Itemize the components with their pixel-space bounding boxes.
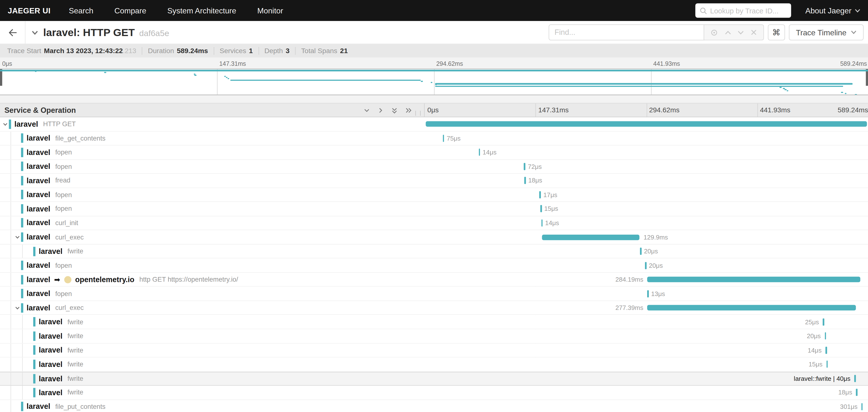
- table-row[interactable]: laravelfwrite14μs: [0, 343, 868, 357]
- span-timeline-cell[interactable]: 25μs: [425, 315, 868, 329]
- collapse-all-icon[interactable]: [391, 106, 398, 114]
- clear-search-icon[interactable]: [751, 29, 757, 35]
- span-timeline-cell[interactable]: 18μs: [425, 174, 868, 187]
- span-tick[interactable]: [861, 403, 863, 410]
- table-row[interactable]: laravelfopen13μs: [0, 287, 868, 301]
- span-name-cell[interactable]: laravel➡opentelemetry.iohttp GET https:/…: [0, 273, 425, 286]
- span-name-cell[interactable]: laravelfopen: [0, 287, 425, 300]
- span-name-cell[interactable]: laravelfread: [0, 174, 425, 187]
- span-tick[interactable]: [825, 332, 826, 340]
- nav-item-search[interactable]: Search: [58, 6, 104, 15]
- span-timeline-cell[interactable]: 20μs: [425, 244, 868, 258]
- find-input[interactable]: [549, 24, 704, 40]
- span-timeline-cell[interactable]: 20μs: [425, 329, 868, 343]
- nav-item-system-architecture[interactable]: System Architecture: [157, 6, 247, 15]
- span-tick[interactable]: [645, 262, 646, 269]
- table-row[interactable]: laravelfwrite20μs: [0, 329, 868, 343]
- table-row[interactable]: laravelfopen20μs: [0, 258, 868, 273]
- table-row[interactable]: laravelcurl_init14μs: [0, 216, 868, 230]
- span-tick[interactable]: [479, 149, 480, 156]
- span-timeline-cell[interactable]: 284.19ms: [425, 273, 868, 286]
- nav-item-compare[interactable]: Compare: [104, 6, 157, 15]
- span-bar[interactable]: [647, 305, 856, 311]
- chevron-down-icon[interactable]: [14, 234, 21, 240]
- span-timeline-cell[interactable]: 129.9ms: [425, 230, 868, 244]
- chevron-down-icon[interactable]: [2, 121, 8, 127]
- span-name-cell[interactable]: laravelfwrite: [0, 315, 425, 329]
- collapse-one-icon[interactable]: [363, 106, 371, 114]
- table-row[interactable]: laravelHTTP GET: [0, 117, 868, 131]
- span-name-cell[interactable]: laravelHTTP GET: [0, 117, 425, 131]
- span-tick[interactable]: [541, 219, 542, 227]
- span-timeline-cell[interactable]: 20μs: [425, 258, 868, 272]
- table-row[interactable]: laravelcurl_exec277.39ms: [0, 301, 868, 315]
- span-name-cell[interactable]: laravelfwrite: [0, 329, 425, 343]
- span-timeline-cell[interactable]: 14μs: [425, 343, 868, 357]
- span-timeline-cell[interactable]: 15μs: [425, 357, 868, 371]
- span-timeline-cell[interactable]: 18μs: [425, 386, 868, 399]
- span-tick[interactable]: [539, 191, 541, 198]
- span-name-cell[interactable]: laravelfopen: [0, 188, 425, 201]
- table-row[interactable]: laravelfopen15μs: [0, 202, 868, 216]
- span-tick[interactable]: [647, 290, 649, 297]
- table-row[interactable]: laravelfwrite18μs: [0, 386, 868, 400]
- span-name-cell[interactable]: laravelfwrite: [0, 372, 425, 385]
- scrubber-handle-left[interactable]: [0, 69, 2, 86]
- span-timeline-cell[interactable]: 14μs: [425, 216, 868, 230]
- table-row[interactable]: laravelfwrite20μs: [0, 244, 868, 258]
- minimap-canvas[interactable]: [0, 69, 868, 95]
- span-tick[interactable]: [826, 360, 828, 368]
- span-timeline-cell[interactable]: 15μs: [425, 202, 868, 216]
- scrubber-handle-right[interactable]: [866, 69, 868, 86]
- column-resize-handle[interactable]: ❘❘: [413, 110, 423, 116]
- span-tick[interactable]: [823, 318, 825, 325]
- table-row[interactable]: laravelfile_put_contents301μs: [0, 400, 868, 412]
- span-timeline-cell[interactable]: 301μs: [425, 400, 868, 412]
- prev-result-icon[interactable]: [725, 30, 731, 35]
- span-tick[interactable]: [524, 163, 526, 170]
- span-timeline-cell[interactable]: 14μs: [425, 146, 868, 159]
- span-bar[interactable]: [426, 121, 867, 127]
- span-timeline-cell[interactable]: 13μs: [425, 287, 868, 300]
- expand-all-icon[interactable]: [405, 106, 412, 114]
- span-tick[interactable]: [524, 177, 526, 184]
- table-row[interactable]: laravelfread18μs: [0, 174, 868, 188]
- table-row[interactable]: laravelcurl_exec129.9ms: [0, 230, 868, 244]
- trace-lookup-input[interactable]: [710, 6, 786, 14]
- about-jaeger-menu[interactable]: About Jaeger: [805, 6, 861, 15]
- span-name-cell[interactable]: laravelfwrite: [0, 386, 425, 399]
- span-timeline-cell[interactable]: laravel::fwrite | 40μs: [425, 372, 868, 385]
- span-tick[interactable]: [443, 135, 444, 142]
- span-name-cell[interactable]: laravelfwrite: [0, 343, 425, 357]
- span-name-cell[interactable]: laravelfwrite: [0, 244, 425, 258]
- back-button[interactable]: [0, 21, 25, 43]
- app-logo[interactable]: JAEGER UI: [0, 6, 58, 15]
- table-row[interactable]: laravelfopen72μs: [0, 160, 868, 174]
- table-row[interactable]: laravel➡opentelemetry.iohttp GET https:/…: [0, 273, 868, 287]
- span-tick[interactable]: [856, 389, 858, 396]
- span-bar[interactable]: [647, 277, 861, 282]
- table-row[interactable]: laravelfwrite25μs: [0, 315, 868, 329]
- table-row[interactable]: laravelfopen17μs: [0, 188, 868, 202]
- span-name-cell[interactable]: laravelcurl_exec: [0, 230, 425, 244]
- span-name-cell[interactable]: laravelfile_put_contents: [0, 400, 425, 412]
- span-name-cell[interactable]: laravelfopen: [0, 202, 425, 216]
- table-row[interactable]: laravelfile_get_contents75μs: [0, 131, 868, 146]
- chevron-down-icon[interactable]: [14, 305, 21, 311]
- span-timeline-cell[interactable]: 277.39ms: [425, 301, 868, 315]
- span-name-cell[interactable]: laravelcurl_init: [0, 216, 425, 230]
- span-name-cell[interactable]: laravelfile_get_contents: [0, 131, 425, 145]
- table-row[interactable]: laravelfwritelaravel::fwrite | 40μs: [0, 372, 868, 386]
- span-tick[interactable]: [826, 346, 827, 354]
- span-timeline-cell[interactable]: 72μs: [425, 160, 868, 173]
- nav-item-monitor[interactable]: Monitor: [247, 6, 293, 15]
- focus-match-icon[interactable]: [711, 29, 718, 36]
- span-tick[interactable]: [854, 375, 856, 382]
- span-timeline-cell[interactable]: [425, 117, 868, 131]
- collapse-trace-header-chevron-icon[interactable]: [31, 29, 39, 36]
- span-tick[interactable]: [540, 205, 542, 213]
- keyboard-shortcuts-button[interactable]: ⌘: [768, 24, 785, 40]
- span-name-cell[interactable]: laravelfwrite: [0, 357, 425, 371]
- span-name-cell[interactable]: laravelfopen: [0, 146, 425, 159]
- span-tick[interactable]: [640, 248, 642, 255]
